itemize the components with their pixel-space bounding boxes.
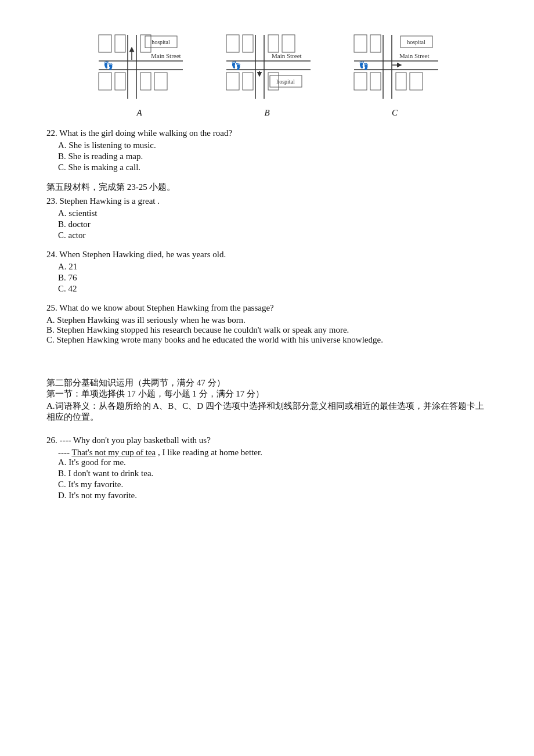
svg-rect-9 xyxy=(99,73,111,90)
q24-option-a: A. 21 xyxy=(58,262,488,272)
spacer2 xyxy=(46,425,488,435)
diagram-a-svg: hospital Main Street 👣 xyxy=(93,29,186,105)
svg-text:Main Street: Main Street xyxy=(399,52,430,59)
q22-option-c-text: She is making a call. xyxy=(68,163,141,172)
q22-option-a-letter: A. xyxy=(58,141,67,150)
q25-option-a-letter: A. xyxy=(46,315,57,325)
q25-option-c: C. Stephen Hawking wrote many books and … xyxy=(46,335,488,345)
q23-question: Stephen Hawking is a great . xyxy=(60,196,160,206)
svg-rect-28 xyxy=(226,35,239,52)
diagram-c-svg: hospital Main Street 👣 xyxy=(348,29,441,105)
q24-option-a-text: 21 xyxy=(68,262,77,271)
q26-response-prefix: ---- xyxy=(58,448,70,457)
q26-number: 26. xyxy=(46,435,60,445)
q24-option-c: C. 42 xyxy=(58,284,488,294)
question-24: 24. When Stephen Hawking died, he was ye… xyxy=(46,250,488,294)
q26-option-d-letter: D. xyxy=(58,491,67,500)
q26-option-a-letter: A. xyxy=(58,458,67,467)
q23-option-a-letter: A. xyxy=(58,208,67,218)
svg-text:👣: 👣 xyxy=(359,61,369,71)
q26-option-a-text: It's good for me. xyxy=(68,458,126,467)
part2-header: 第二部分基础知识运用（共两节，满分 47 分） 第一节：单项选择供 17 小题，… xyxy=(46,377,488,423)
svg-rect-30 xyxy=(268,35,279,52)
q26-option-d-text: It's not my favorite. xyxy=(68,491,137,500)
svg-rect-13 xyxy=(99,35,111,52)
q23-option-b: B. doctor xyxy=(58,219,488,229)
svg-rect-41 xyxy=(354,73,367,90)
svg-rect-45 xyxy=(354,35,367,52)
svg-rect-14 xyxy=(115,35,125,52)
svg-rect-31 xyxy=(282,35,295,52)
question-22: 22. What is the girl doing while walking… xyxy=(46,128,488,172)
svg-text:hospital: hospital xyxy=(276,78,295,85)
q26-option-c-letter: C. xyxy=(58,480,66,489)
q23-option-a: A. scientist xyxy=(58,208,488,218)
section5-header: 第五段材料，完成第 23-25 小题。 xyxy=(46,182,488,193)
q22-option-b-letter: B. xyxy=(58,152,66,161)
q22-option-c: C. She is making a call. xyxy=(58,163,488,172)
svg-rect-10 xyxy=(115,73,125,90)
q26-response-suffix: , I like reading at home better. xyxy=(158,448,262,457)
svg-rect-42 xyxy=(370,73,381,90)
diagram-b-label: B xyxy=(264,108,269,118)
diagram-a-label: A xyxy=(136,108,142,118)
svg-text:Main Street: Main Street xyxy=(151,52,181,59)
section5-header-text: 第五段材料，完成第 23-25 小题。 xyxy=(46,182,176,192)
q26-response-underline: That's not my cup of tea xyxy=(71,448,156,457)
q25-option-a: A. Stephen Hawking was ill seriously whe… xyxy=(46,315,488,325)
svg-rect-12 xyxy=(154,73,167,90)
svg-text:hospital: hospital xyxy=(151,39,170,45)
svg-rect-44 xyxy=(410,73,423,90)
q23-option-b-letter: B. xyxy=(58,219,66,229)
q24-option-a-letter: A. xyxy=(58,262,68,271)
q26-option-c-text: It's my favorite. xyxy=(68,480,124,489)
q22-option-b-text: She is reading a map. xyxy=(68,152,143,161)
diagram-b: hospital Main Street 👣 B xyxy=(221,29,313,118)
q25-text: 25. What do we know about Stephen Hawkin… xyxy=(46,303,488,313)
q24-option-c-letter: C. xyxy=(58,284,68,293)
q25-option-c-letter: C. xyxy=(46,335,57,344)
q26-option-a: A. It's good for me. xyxy=(58,458,488,467)
part2-header-text: 第二部分基础知识运用（共两节，满分 47 分） xyxy=(46,377,488,388)
svg-rect-11 xyxy=(140,73,151,90)
diagram-b-svg: hospital Main Street 👣 xyxy=(221,29,313,105)
q22-option-c-letter: C. xyxy=(58,163,66,172)
svg-text:👣: 👣 xyxy=(231,61,241,71)
q22-text: 22. What is the girl doing while walking… xyxy=(46,128,488,138)
diagram-c: hospital Main Street 👣 C xyxy=(348,29,441,118)
q25-number: 25. xyxy=(46,303,57,312)
q26-option-c: C. It's my favorite. xyxy=(58,480,488,489)
q22-number: 22. xyxy=(46,128,57,138)
q22-option-b: B. She is reading a map. xyxy=(58,152,488,161)
diagram-c-label: C xyxy=(392,108,398,118)
question-25: 25. What do we know about Stephen Hawkin… xyxy=(46,303,488,345)
q22-question: What is the girl doing while walking on … xyxy=(59,128,232,138)
q25-option-b: B. Stephen Hawking stopped his research … xyxy=(46,325,488,335)
q26-option-b-text: I don't want to drink tea. xyxy=(68,469,154,478)
svg-rect-43 xyxy=(396,73,406,90)
svg-rect-25 xyxy=(226,73,239,90)
question-23: 23. Stephen Hawking is a great . A. scie… xyxy=(46,196,488,240)
q24-option-b-text: 76 xyxy=(68,273,77,282)
q24-question: When Stephen Hawking died, he was years … xyxy=(59,250,226,259)
part2-section1-desc: A.词语释义：从各题所给的 A、B、C、D 四个选项中选择和划线部分意义相同或相… xyxy=(46,401,488,423)
q23-option-c-letter: C. xyxy=(58,231,66,240)
diagram-a: hospital Main Street 👣 A xyxy=(93,29,186,118)
q25-option-c-text: Stephen Hawking wrote many books and he … xyxy=(57,335,383,344)
svg-rect-26 xyxy=(243,73,253,90)
q26-response: ---- That's not my cup of tea , I like r… xyxy=(58,448,488,458)
questions-section: 22. What is the girl doing while walking… xyxy=(46,128,488,501)
q23-option-c-text: actor xyxy=(68,231,86,240)
q23-option-a-text: scientist xyxy=(68,208,97,218)
q25-option-a-text: Stephen Hawking was ill seriously when h… xyxy=(57,315,246,325)
svg-text:👣: 👣 xyxy=(103,61,114,71)
svg-rect-46 xyxy=(370,35,381,52)
q23-option-b-text: doctor xyxy=(68,219,91,229)
q25-question: What do we know about Stephen Hawking fr… xyxy=(59,303,274,312)
q23-number: 23. xyxy=(46,196,57,206)
svg-text:hospital: hospital xyxy=(407,39,425,45)
q26-option-d: D. It's not my favorite. xyxy=(58,491,488,501)
q26-text: 26. ---- Why don't you play basketball w… xyxy=(46,435,488,445)
part2-section1-header: 第一节：单项选择供 17 小题，每小题 1 分，满分 17 分） xyxy=(46,388,488,399)
q23-text: 23. Stephen Hawking is a great . xyxy=(46,196,488,206)
